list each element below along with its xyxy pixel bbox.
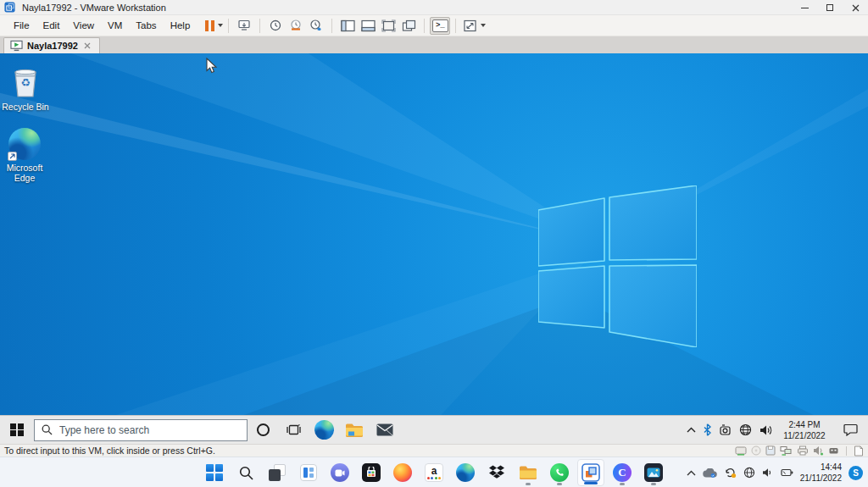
unity-mode-button[interactable] — [398, 17, 419, 35]
send-ctrl-alt-del-button[interactable] — [234, 17, 254, 35]
toolbar-separator — [228, 19, 229, 33]
desktop-icon-microsoft-edge[interactable]: Microsoft Edge — [0, 128, 50, 183]
desktop-icon-label: Microsoft Edge — [0, 163, 50, 183]
sound-icon[interactable] — [813, 445, 824, 456]
hardware-tray-icon[interactable] — [719, 424, 732, 435]
toolbar-separator — [455, 19, 456, 33]
hidden-icons-chevron[interactable] — [687, 427, 696, 433]
power-pause-button[interactable] — [205, 20, 223, 31]
window-controls — [792, 0, 868, 15]
host-start-button[interactable] — [201, 459, 228, 486]
network-globe-icon[interactable] — [743, 467, 755, 479]
host-file-explorer-button[interactable] — [515, 459, 542, 486]
clipchamp-button[interactable]: C — [609, 459, 636, 486]
widgets-button[interactable] — [295, 459, 322, 486]
full-screen-button[interactable] — [378, 17, 398, 35]
fit-guest-button[interactable] — [463, 19, 486, 32]
update-restart-icon[interactable] — [724, 467, 737, 479]
manage-snapshots-button[interactable] — [306, 17, 326, 35]
menu-help[interactable]: Help — [164, 18, 198, 33]
running-indicator — [557, 483, 562, 485]
guest-desktop[interactable]: ♻ Recycle Bin Microsoft Edge — [0, 53, 868, 444]
toolbar-separator — [424, 19, 425, 33]
clipchamp-icon: C — [613, 463, 632, 482]
menu-view[interactable]: View — [66, 18, 101, 33]
edge-taskbar-button[interactable] — [309, 416, 339, 445]
tab-label: Nayla17992 — [27, 41, 78, 51]
amazon-button[interactable]: a — [420, 459, 448, 486]
host-edge-button[interactable] — [452, 459, 479, 486]
teams-chat-button[interactable] — [326, 459, 353, 486]
task-view-icon — [287, 423, 301, 436]
guest-search-box[interactable] — [34, 419, 248, 441]
bluetooth-icon[interactable] — [704, 423, 711, 436]
menu-edit[interactable]: Edit — [36, 18, 67, 33]
toolbar-separator — [259, 19, 260, 33]
host-search-button[interactable] — [232, 459, 259, 486]
menu-tabs[interactable]: Tabs — [129, 18, 163, 33]
skype-tray-badge[interactable]: S — [849, 466, 863, 480]
usb-icon[interactable] — [828, 445, 839, 456]
maximize-button[interactable] — [817, 0, 843, 15]
host-time: 14:44 — [800, 462, 842, 473]
whatsapp-button[interactable] — [546, 459, 573, 486]
host-task-view-button[interactable] — [264, 459, 291, 486]
tab-nayla17992[interactable]: Nayla17992 — [3, 37, 100, 53]
message-log-icon[interactable] — [854, 445, 864, 457]
firefox-button[interactable] — [389, 459, 416, 486]
minimize-button[interactable] — [792, 0, 817, 15]
file-explorer-button[interactable] — [339, 416, 370, 445]
search-icon — [42, 424, 53, 435]
onedrive-icon[interactable] — [703, 468, 717, 478]
menu-vm[interactable]: VM — [101, 18, 129, 33]
window-title: Nayla17992 - VMware Workstation — [22, 3, 166, 13]
printer-icon[interactable] — [797, 445, 809, 456]
network-globe-icon[interactable] — [739, 423, 752, 436]
ctrl-alt-del-icon — [237, 19, 251, 32]
microsoft-store-button[interactable] — [358, 459, 385, 486]
photos-button[interactable] — [640, 459, 667, 486]
volume-icon[interactable] — [760, 424, 773, 436]
menu-file[interactable]: File — [7, 18, 36, 33]
action-center-button[interactable] — [836, 416, 865, 445]
show-thumbnail-bar-button[interactable] — [358, 17, 378, 35]
vmware-workstation-button[interactable] — [577, 459, 604, 486]
snapshot-clock-icon — [269, 19, 282, 32]
hidden-icons-chevron[interactable] — [687, 470, 696, 476]
battery-icon[interactable] — [781, 468, 793, 478]
menubar: File Edit View VM Tabs Help >_ — [0, 15, 868, 36]
revert-snapshot-button[interactable] — [286, 17, 306, 35]
vm-status-bar: To direct input to this VM, click inside… — [0, 444, 868, 457]
console-view-button[interactable]: >_ — [430, 17, 450, 35]
guest-search-input[interactable] — [59, 424, 220, 436]
photos-icon — [644, 463, 663, 482]
full-screen-icon — [381, 19, 396, 32]
show-library-button[interactable] — [337, 17, 358, 35]
dropbox-button[interactable] — [483, 459, 510, 486]
guest-start-button[interactable] — [0, 416, 34, 445]
vm-device-icons — [735, 445, 864, 457]
take-snapshot-button[interactable] — [265, 17, 286, 35]
volume-icon[interactable] — [762, 468, 774, 478]
search-icon — [239, 466, 253, 480]
desktop-icon-recycle-bin[interactable]: ♻ Recycle Bin — [0, 65, 51, 112]
host-system-tray: 14:44 21/11/2022 S — [687, 457, 863, 487]
file-explorer-icon — [519, 465, 537, 480]
status-message: To direct input to this VM, click inside… — [4, 445, 215, 456]
network-adapter-icon[interactable] — [780, 445, 793, 456]
floppy-icon[interactable] — [765, 445, 776, 456]
cd-rom-icon[interactable] — [751, 445, 761, 456]
chevron-down-icon[interactable] — [481, 24, 486, 27]
close-button[interactable] — [843, 0, 868, 15]
cortana-button[interactable] — [248, 416, 278, 445]
tab-close-icon[interactable] — [82, 41, 93, 52]
host-clock[interactable]: 14:44 21/11/2022 — [800, 462, 842, 484]
chevron-down-icon[interactable] — [218, 24, 223, 27]
recycle-bin-icon: ♻ — [10, 65, 41, 99]
task-view-button[interactable] — [278, 416, 309, 445]
mail-button[interactable] — [370, 416, 400, 445]
guest-clock[interactable]: 2:44 PM 11/21/2022 — [781, 419, 828, 441]
hard-disk-icon[interactable] — [735, 445, 747, 456]
edge-icon — [456, 463, 475, 482]
whatsapp-icon — [550, 463, 569, 482]
